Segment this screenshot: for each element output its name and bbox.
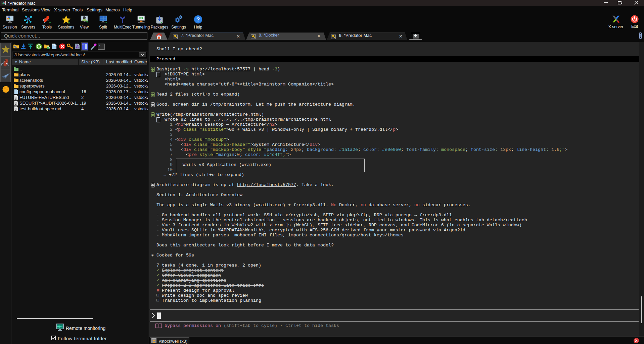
- svg-text:?: ?: [196, 16, 200, 23]
- svg-text:>: >: [99, 44, 100, 47]
- svg-text:A: A: [76, 45, 79, 49]
